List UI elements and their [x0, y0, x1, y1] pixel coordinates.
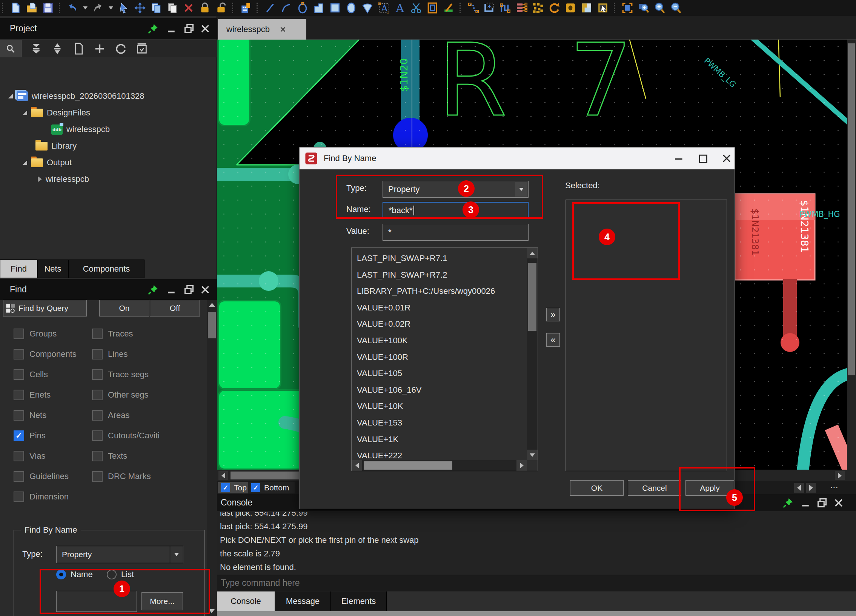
restore-icon[interactable]	[184, 285, 194, 295]
route-icon[interactable]	[467, 2, 479, 14]
list-item[interactable]: LAST_PIN_SWAP+R7.2	[352, 267, 525, 283]
tree-item-output-wirelesspcb[interactable]: wirelesspcb	[0, 172, 217, 186]
sector-icon[interactable]	[362, 2, 373, 14]
tab-close-icon[interactable]	[280, 26, 286, 33]
radio-list[interactable]: List	[107, 570, 134, 579]
zoom-out-icon[interactable]	[670, 2, 682, 14]
fit-view-icon[interactable]	[622, 2, 633, 14]
list-hscrollbar[interactable]	[352, 460, 527, 471]
dialog-titlebar[interactable]: Find By Name	[300, 148, 734, 169]
layer-tab-top[interactable]: ✓ Top	[218, 482, 252, 493]
new-document-icon[interactable]	[72, 42, 85, 55]
pin-icon[interactable]	[148, 285, 159, 295]
dialog-close-icon[interactable]	[721, 153, 732, 164]
list-item[interactable]: VALUE+10K	[352, 398, 525, 414]
zoom-in-icon[interactable]	[654, 2, 665, 14]
list-item[interactable]: VALUE+0.02R	[352, 316, 525, 332]
expand-icon[interactable]	[23, 160, 27, 165]
find-panel-scrollbar[interactable]	[207, 300, 217, 616]
document-tab-wirelesspcb[interactable]: wirelesspcb	[218, 19, 306, 40]
delete-icon[interactable]	[183, 2, 194, 14]
checkbox-areas[interactable]: Areas	[92, 410, 205, 420]
checkbox-drc-marks[interactable]: DRC Marks	[92, 471, 205, 482]
lock-icon[interactable]	[199, 2, 211, 14]
line-icon[interactable]	[265, 2, 276, 14]
close-icon[interactable]	[200, 23, 211, 34]
query-off-button[interactable]: Off	[150, 300, 200, 316]
rectangle-icon[interactable]	[329, 2, 341, 14]
command-input[interactable]	[217, 575, 856, 591]
cancel-button[interactable]: Cancel	[628, 480, 681, 496]
project-search-button[interactable]	[0, 40, 22, 57]
move-right-button[interactable]: »	[546, 308, 560, 321]
tree-item-output[interactable]: Output	[0, 156, 217, 169]
scrollbar-thumb[interactable]	[364, 461, 452, 470]
scroll-left-icon[interactable]	[352, 460, 362, 471]
scroll-right-icon[interactable]	[835, 471, 845, 480]
tab-nets[interactable]: Nets	[37, 260, 68, 278]
pad-icon[interactable]	[565, 2, 576, 14]
chevron-down-icon[interactable]	[515, 182, 527, 197]
list-item[interactable]: VALUE+153	[352, 414, 525, 431]
undo-icon[interactable]	[67, 2, 78, 14]
tab-console[interactable]: Console	[217, 591, 275, 611]
dialog-name-input[interactable]: *back*	[383, 202, 528, 219]
refresh-icon[interactable]	[114, 42, 127, 55]
tree-item-designfiles[interactable]: DesignFiles	[0, 106, 217, 120]
expand-all-icon[interactable]	[51, 42, 64, 55]
checkbox-vias[interactable]: Vias	[0, 451, 92, 461]
checkbox-trace-segs[interactable]: Trace segs	[92, 369, 205, 380]
checkbox-nets[interactable]: Nets	[0, 410, 92, 420]
text-icon[interactable]: A	[394, 2, 406, 14]
route-paste-icon[interactable]	[483, 2, 495, 14]
arc-icon[interactable]	[281, 2, 292, 14]
selected-list[interactable]	[565, 200, 727, 471]
frame-icon[interactable]	[427, 2, 438, 14]
checkbox-cells[interactable]: Cells	[0, 369, 92, 380]
measure-icon[interactable]	[443, 2, 454, 14]
tree-item-wirelesspcb-ddb[interactable]: ddb wirelesspcb	[0, 123, 217, 136]
radio-unselected-icon[interactable]	[107, 570, 117, 579]
chevron-down-icon[interactable]	[170, 546, 183, 563]
checkbox-texts[interactable]: Texts	[92, 451, 205, 461]
more-button[interactable]: More...	[142, 592, 183, 610]
cut-icon[interactable]	[411, 2, 422, 14]
checkbox-guidelines[interactable]: Guidelines	[0, 471, 92, 482]
checkbox-traces[interactable]: Traces	[92, 328, 205, 339]
layer-checkbox-bottom[interactable]: ✓	[251, 483, 260, 492]
minimize-icon[interactable]	[800, 497, 811, 508]
checkbox-groups[interactable]: Groups	[0, 328, 92, 339]
footprint-reuse-icon[interactable]	[240, 2, 251, 14]
pin-icon[interactable]	[783, 497, 793, 508]
unlock-icon[interactable]	[216, 2, 227, 14]
circle-icon[interactable]	[297, 2, 308, 14]
tab-find[interactable]: Find	[0, 260, 37, 278]
type-dropdown[interactable]: Property	[56, 546, 183, 563]
dialog-value-input[interactable]: *	[383, 224, 528, 241]
scroll-up-icon[interactable]	[527, 248, 537, 259]
list-item[interactable]: VALUE+222	[352, 447, 525, 461]
expand-icon[interactable]	[23, 111, 27, 115]
minimize-icon[interactable]	[166, 285, 177, 295]
checkbox-enets[interactable]: Enets	[0, 390, 92, 400]
select-cursor-icon[interactable]	[118, 2, 129, 14]
radio-selected-icon[interactable]	[56, 570, 66, 579]
checkbox-other-segs[interactable]: Other segs	[92, 390, 205, 400]
save-icon[interactable]	[42, 2, 54, 14]
list-item[interactable]: VALUE+106_16V	[352, 382, 525, 398]
list-item[interactable]: VALUE+105	[352, 365, 525, 382]
expand-icon[interactable]	[8, 94, 13, 99]
scroll-up-icon[interactable]	[209, 303, 215, 307]
dialog-minimize-icon[interactable]	[673, 153, 684, 164]
pin-icon[interactable]	[148, 23, 159, 34]
polygon-icon[interactable]	[313, 2, 325, 14]
new-file-icon[interactable]	[10, 2, 21, 14]
checkbox-dimension[interactable]: Dimension	[0, 491, 92, 502]
zoom-region-icon[interactable]	[638, 2, 649, 14]
copper-pour-icon[interactable]	[581, 2, 592, 14]
scroll-down-icon[interactable]	[209, 609, 215, 613]
close-icon[interactable]	[833, 497, 844, 508]
scroll-left-icon[interactable]	[219, 471, 228, 480]
scrollbar-thumb[interactable]	[528, 263, 536, 331]
collapse-all-icon[interactable]	[30, 42, 43, 55]
